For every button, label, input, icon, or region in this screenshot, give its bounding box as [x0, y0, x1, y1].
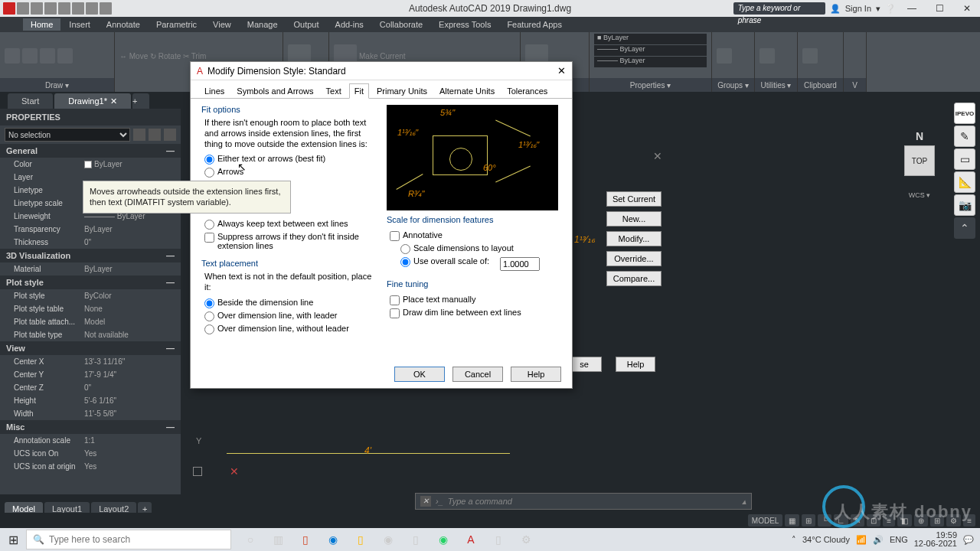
check-place-manual[interactable]: Place text manually	[390, 295, 561, 305]
prop-row[interactable]: Plot styleByColor	[0, 289, 181, 302]
autocad-icon[interactable]: A	[459, 528, 482, 551]
open-icon[interactable]	[31, 2, 43, 15]
prop-group-view[interactable]: View—	[0, 341, 181, 355]
help-icon[interactable]: ❔	[885, 4, 896, 14]
prop-row[interactable]: MaterialByLayer	[0, 262, 181, 276]
cmd-dropdown-icon[interactable]: ▴	[742, 497, 746, 507]
new-icon[interactable]	[17, 2, 29, 15]
viewcube[interactable]: N TOP WCS ▾	[893, 130, 946, 199]
prop-row[interactable]: Height5'-6 1/16"	[0, 394, 181, 407]
prop-row[interactable]: Plot table attach...Model	[0, 315, 181, 328]
radio-overall-scale[interactable]: Use overall scale of:	[400, 256, 561, 271]
panel-properties[interactable]: Properties ▾	[590, 78, 711, 92]
powerpoint-icon[interactable]: ▯	[294, 528, 317, 551]
style-mgr-close-icon[interactable]: ✕	[651, 150, 665, 164]
language-icon[interactable]: ENG	[890, 535, 908, 544]
radio-either[interactable]: Either text or arrows (best fit)	[204, 154, 377, 165]
help-button[interactable]: Help	[511, 367, 561, 382]
cancel-button[interactable]: Cancel	[452, 367, 503, 382]
pencil-icon[interactable]: ✎	[954, 126, 975, 147]
signin-icon[interactable]: 👤	[830, 4, 841, 14]
save-icon[interactable]	[44, 2, 57, 15]
tab-text[interactable]: Text	[322, 84, 346, 98]
dialog-close-icon[interactable]: ✕	[557, 65, 566, 77]
tab-express[interactable]: Express Tools	[431, 18, 498, 31]
prop-row[interactable]: Width11'-5 5/8"	[0, 407, 181, 420]
check-draw-dimline[interactable]: Draw dim line between ext lines	[390, 308, 561, 318]
whatsapp-icon[interactable]: ◉	[432, 528, 455, 551]
tab-symbols[interactable]: Symbols and Arrows	[232, 84, 318, 98]
tab-primary[interactable]: Primary Units	[372, 84, 432, 98]
signin-link[interactable]: Sign In	[845, 4, 871, 13]
status-model[interactable]: MODEL	[748, 514, 783, 527]
tab-view[interactable]: View	[205, 18, 239, 31]
tab-output[interactable]: Output	[286, 18, 327, 31]
set-current-button[interactable]: Set Current	[606, 191, 662, 207]
windows-search[interactable]: 🔍 Type here to search	[26, 530, 231, 549]
select-objects-icon[interactable]	[149, 129, 161, 141]
doc-tab-start[interactable]: Start	[8, 93, 53, 109]
ruler-icon[interactable]: 📐	[954, 171, 975, 193]
panel-utilities[interactable]: Utilities ▾	[755, 78, 797, 92]
close-button[interactable]: ✕	[956, 2, 978, 15]
tab-parametric[interactable]: Parametric	[149, 18, 204, 31]
taskview-icon[interactable]: ▥	[266, 528, 289, 551]
radio-over-leader[interactable]: Over dimension line, with leader	[204, 311, 377, 321]
prop-row[interactable]: UCS icon at originYes	[0, 460, 181, 473]
prop-group-misc[interactable]: Misc—	[0, 420, 181, 434]
status-grid-icon[interactable]: ▦	[785, 514, 799, 527]
viewcube-wcs[interactable]: WCS ▾	[893, 191, 946, 199]
tab-annotate[interactable]: Annotate	[99, 18, 148, 31]
panel-draw[interactable]: Draw ▾	[0, 78, 114, 92]
style-help-button[interactable]: Help	[616, 357, 655, 372]
edge-icon[interactable]: ◉	[322, 528, 345, 551]
chrome-icon[interactable]: ◉	[377, 528, 400, 551]
radio-scale-layout[interactable]: Scale dimensions to layout	[400, 243, 561, 254]
tab-home[interactable]: Home	[23, 18, 60, 31]
quick-select-icon[interactable]	[133, 129, 145, 141]
radio-over-noleader[interactable]: Over dimension line, without leader	[204, 324, 377, 334]
wifi-icon[interactable]: 📶	[856, 535, 867, 545]
keyword-search[interactable]: Type a keyword or phrase	[733, 2, 825, 15]
app-menu-icon[interactable]	[3, 2, 15, 15]
compare-button[interactable]: Compare...	[606, 271, 662, 286]
camera-icon[interactable]: 📷	[954, 194, 975, 216]
explorer-icon[interactable]: ▯	[349, 528, 372, 551]
chevron-up-tray-icon[interactable]: ˄	[792, 535, 796, 545]
prop-row[interactable]: Center Z0"	[0, 381, 181, 394]
volume-icon[interactable]: 🔊	[873, 535, 884, 545]
prop-row[interactable]: Annotation scale1:1	[0, 434, 181, 447]
pickadd-icon[interactable]	[164, 129, 176, 141]
radio-arrows[interactable]: Arrows	[204, 167, 377, 178]
settings-icon[interactable]: ⚙	[514, 528, 537, 551]
tab-close-icon[interactable]: ✕	[110, 96, 117, 106]
chevron-up-icon[interactable]: ⌃	[954, 217, 975, 239]
tab-lines[interactable]: Lines	[200, 84, 229, 98]
exchange-icon[interactable]: ▾	[876, 4, 880, 14]
viewcube-top[interactable]: TOP	[904, 145, 935, 176]
status-snap-icon[interactable]: ⊞	[802, 514, 815, 527]
doc-tab-add[interactable]: +	[132, 93, 149, 109]
prop-row[interactable]: UCS icon OnYes	[0, 447, 181, 460]
tab-manage[interactable]: Manage	[240, 18, 286, 31]
undo-icon[interactable]	[86, 2, 98, 15]
prop-group-plot-style[interactable]: Plot style—	[0, 276, 181, 289]
plot-icon[interactable]	[72, 2, 84, 15]
modify-style-button[interactable]: Modify...	[606, 231, 662, 246]
prop-group-general[interactable]: General—	[0, 144, 181, 158]
check-suppress[interactable]: Suppress arrows if they don't fit inside…	[204, 232, 377, 250]
weather-widget[interactable]: 34°C Cloudy	[802, 535, 850, 544]
tab-collaborate[interactable]: Collaborate	[372, 18, 430, 31]
store-icon[interactable]: ▯	[404, 528, 427, 551]
panel-groups[interactable]: Groups ▾	[712, 78, 754, 92]
ok-button[interactable]: OK	[394, 367, 445, 382]
override-button[interactable]: Override...	[606, 251, 662, 266]
prop-row[interactable]: Thickness0"	[0, 236, 181, 249]
tab-alternate[interactable]: Alternate Units	[435, 84, 499, 98]
notifications-icon[interactable]: 💬	[963, 535, 974, 545]
command-line[interactable]: ✕ ›_ Type a command ▴	[415, 493, 752, 510]
minimize-button[interactable]: —	[900, 2, 923, 15]
prop-group-3d-visualization[interactable]: 3D Visualization—	[0, 249, 181, 262]
prop-row[interactable]: Center X13'-3 11/16"	[0, 355, 181, 368]
redo-icon[interactable]	[100, 2, 112, 15]
